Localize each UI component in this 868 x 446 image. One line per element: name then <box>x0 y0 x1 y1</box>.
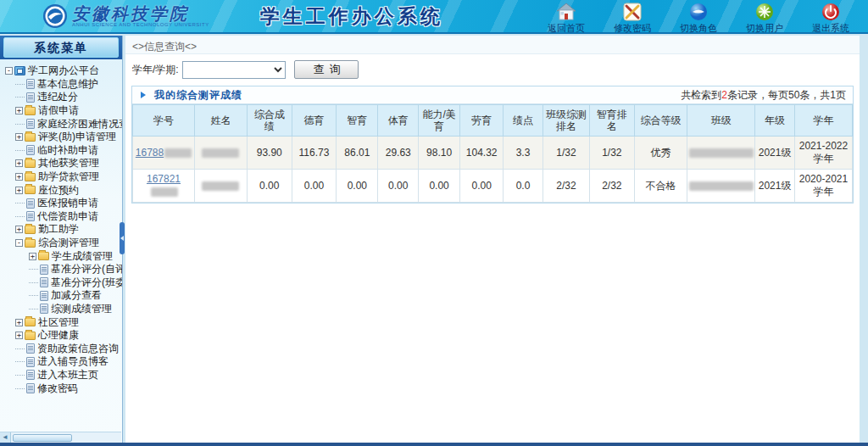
university-logo: 安徽科技学院 ANHUI SCIENCE AND TECHNOLOGY UNIV… <box>42 3 209 29</box>
expand-icon[interactable]: + <box>15 319 23 326</box>
tree-item[interactable]: -学工网办公平台 <box>3 64 120 78</box>
tree-item[interactable]: 资助政策信息咨询 <box>3 342 120 355</box>
tree-item[interactable]: +社区管理 <box>3 315 120 329</box>
change-password-button[interactable]: 修改密码 <box>610 3 654 35</box>
score-cell: 98.10 <box>418 137 459 170</box>
tree-item[interactable]: 修改密码 <box>3 382 120 395</box>
tree-item[interactable]: +助学贷款管理 <box>3 170 120 184</box>
folder-icon <box>25 107 36 115</box>
scrollbar-thumb[interactable] <box>13 434 72 442</box>
logout-button[interactable]: 退出系统 <box>809 3 853 35</box>
column-header: 劳育 <box>460 105 504 137</box>
tree-item-label: 医保报销申请 <box>37 196 98 210</box>
expand-icon[interactable]: + <box>15 332 23 339</box>
tree-item[interactable]: +心理健康 <box>3 329 120 343</box>
tree-item[interactable]: 代偿资助申请 <box>3 210 120 224</box>
tree-item[interactable]: +评奖(助)申请管理 <box>3 131 120 144</box>
score-cell: 93.90 <box>247 137 292 170</box>
sidebar: 系统菜单 -学工网办公平台基本信息维护违纪处分+请假申请家庭经济困难情况查看+评… <box>0 36 123 443</box>
results-panel: 我的综合测评成绩 共检索到2条记录，每页50条，共1页 学号姓名综合成绩德育智育… <box>131 86 854 203</box>
redacted-class <box>689 181 754 191</box>
tree-item-label: 座位预约 <box>38 183 79 198</box>
home-label: 返回首页 <box>548 22 585 35</box>
folder-icon <box>25 133 36 142</box>
tree-item-label: 基本信息维护 <box>37 77 98 92</box>
switch-user-button[interactable]: 切换用户 <box>743 3 787 35</box>
student-name-cell <box>195 170 248 203</box>
expand-icon[interactable]: + <box>15 226 23 233</box>
tree-item[interactable]: +学生成绩管理 <box>3 249 120 263</box>
tree-item[interactable]: +座位预约 <box>3 183 120 197</box>
tree-item[interactable]: 临时补助申请 <box>3 144 120 158</box>
tree-item[interactable]: 进入辅导员博客 <box>3 355 120 369</box>
sidebar-collapse-handle[interactable] <box>120 222 125 254</box>
expand-icon[interactable]: + <box>15 173 23 181</box>
tree-item-label: 违纪处分 <box>37 90 78 104</box>
record-count: 2 <box>721 89 727 101</box>
switch-user-icon <box>754 3 775 21</box>
tree-item-label: 代偿资助申请 <box>37 209 98 224</box>
folder-icon <box>25 186 36 194</box>
collapse-icon[interactable]: - <box>5 67 13 75</box>
main-content: <>信息查询<> 学年/学期: 查询 我的综合测评成绩 共检索到2条记录，每页5… <box>125 36 860 443</box>
tree-connector <box>29 309 38 309</box>
tree-item[interactable]: 医保报销申请 <box>3 197 120 210</box>
sidebar-horizontal-scrollbar[interactable]: ◄ <box>0 432 121 443</box>
doc-icon <box>26 119 35 129</box>
semester-select[interactable] <box>182 61 286 79</box>
tree-item[interactable]: +勤工助学 <box>3 223 120 237</box>
tree-item-label: 助学贷款管理 <box>38 170 99 184</box>
tree-item-label: 综合测评管理 <box>38 236 99 250</box>
tree-item[interactable]: 进入本班主页 <box>3 369 120 382</box>
tree-item-label: 学生成绩管理 <box>52 249 113 264</box>
score-cell: 0.00 <box>418 170 459 203</box>
collapse-icon[interactable]: - <box>15 239 23 247</box>
redacted-name <box>202 181 239 191</box>
expand-icon[interactable]: + <box>15 133 23 141</box>
tree-connector <box>15 348 25 349</box>
doc-icon <box>26 79 35 89</box>
score-cell: 不合格 <box>634 170 687 203</box>
folder-icon <box>25 332 36 340</box>
score-cell: 104.32 <box>460 137 504 170</box>
tree-connector <box>15 203 25 203</box>
expand-icon[interactable]: + <box>15 187 23 194</box>
student-id-link[interactable]: 167821 <box>147 173 181 198</box>
sidebar-header: 系统菜单 <box>0 36 122 59</box>
tree-item[interactable]: 基本信息维护 <box>3 78 120 92</box>
score-cell: 0.00 <box>378 170 419 203</box>
tree-connector <box>29 282 38 283</box>
expand-icon[interactable]: + <box>15 107 23 114</box>
home-button[interactable]: 返回首页 <box>544 3 588 35</box>
tree-item[interactable]: -综合测评管理 <box>3 237 120 250</box>
tree-item-label: 评奖(助)申请管理 <box>38 130 116 144</box>
score-cell: 0.00 <box>337 170 378 203</box>
tree-item[interactable]: +其他获奖管理 <box>3 157 120 170</box>
score-cell: 0.00 <box>247 170 292 203</box>
tree-item-label: 勤工助学 <box>38 222 79 237</box>
folder-icon <box>38 252 49 260</box>
tree-item[interactable]: +请假申请 <box>3 104 120 118</box>
tree-item[interactable]: 家庭经济困难情况查看 <box>3 117 120 131</box>
top-banner: 安徽科技学院 ANHUI SCIENCE AND TECHNOLOGY UNIV… <box>0 0 868 34</box>
student-id-link[interactable]: 16788 <box>136 147 192 159</box>
student-id-cell: 16788 <box>133 137 195 170</box>
tree-item-label: 综测成绩管理 <box>51 302 112 316</box>
score-cell: 86.01 <box>337 137 378 170</box>
tree-item[interactable]: 基准分评分(班委) <box>3 276 120 290</box>
doc-icon <box>40 277 48 287</box>
university-name-en: ANHUI SCIENCE AND TECHNOLOGY UNIVERSITY <box>72 22 209 28</box>
switch-role-button[interactable]: 切换角色 <box>676 3 721 35</box>
expand-icon[interactable]: + <box>15 159 23 167</box>
university-name: 安徽科技学院 <box>72 5 209 22</box>
tree-item[interactable]: 加减分查看 <box>3 289 120 303</box>
system-menu-title[interactable]: 系统菜单 <box>3 37 119 58</box>
query-button[interactable]: 查询 <box>294 60 359 79</box>
tree-item[interactable]: 综测成绩管理 <box>3 303 120 316</box>
tree-item-label: 修改密码 <box>37 382 78 396</box>
page-title: 学生工作办公系统 <box>260 3 443 30</box>
expand-icon[interactable]: + <box>29 253 36 260</box>
tree-item[interactable]: 违纪处分 <box>3 91 120 104</box>
tree-item[interactable]: 基准分评分(自评) <box>3 263 120 276</box>
scroll-left-icon[interactable]: ◄ <box>0 432 11 443</box>
